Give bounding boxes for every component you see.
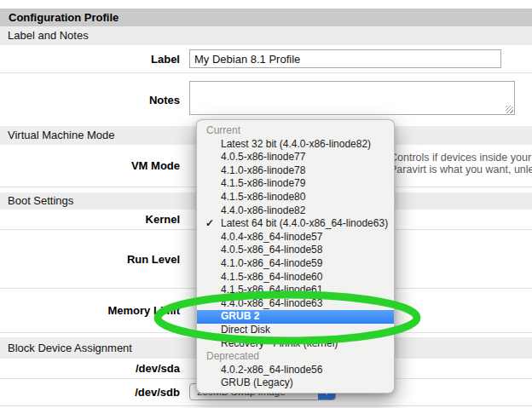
vm-mode-label: VM Mode — [0, 159, 186, 172]
kernel-menu-item[interactable]: 4.4.0-x86_64-linode63 — [197, 297, 394, 311]
notes-field-label: Notes — [0, 94, 186, 106]
kernel-menu-item[interactable]: 4.1.0-x86-linode78 — [197, 164, 394, 178]
kernel-menu-item[interactable]: 4.1.0-x86_64-linode59 — [197, 257, 394, 271]
vm-mode-help-line2: Paravirt is what you want, unle — [390, 164, 532, 175]
memory-limit-label: Memory Limit — [0, 304, 186, 317]
kernel-menu-item[interactable]: 4.4.0-x86-linode82 — [197, 204, 394, 218]
kernel-menu-item[interactable]: 4.0.2-x86_64-linode56 — [197, 364, 394, 377]
checkmark-icon: ✓ — [205, 217, 214, 231]
kernel-menu-item[interactable]: 4.0.5-x86-linode77 — [197, 151, 394, 164]
dev-sdb-label: /dev/sdb — [0, 386, 186, 399]
kernel-menu-item[interactable]: 4.1.5-x86_64-linode60 — [197, 271, 394, 284]
kernel-menu-item[interactable]: GRUB (Legacy) — [197, 376, 394, 390]
label-field-label: Label — [0, 53, 186, 66]
kernel-menu-item-selected[interactable]: GRUB 2 — [197, 310, 394, 324]
kernel-menu-item[interactable]: 4.1.5-x86-linode80 — [197, 191, 394, 204]
vm-mode-help-line1: Controls if devices inside your — [390, 152, 532, 164]
kernel-menu-item[interactable]: 4.1.5-x86_64-linode61 — [197, 284, 394, 297]
page-title: Configuration Profile — [0, 9, 532, 26]
kernel-menu-item[interactable]: Latest 64 bit (4.4.0-x86_64-linode63)✓ — [197, 217, 394, 231]
kernel-label: Kernel — [0, 213, 186, 226]
kernel-menu-group-header: Deprecated — [197, 350, 394, 364]
dev-sda-label: /dev/sda — [0, 362, 186, 375]
label-row: Label — [0, 45, 532, 73]
label-input[interactable] — [189, 49, 501, 68]
section-header-label-and-notes: Label and Notes — [0, 26, 532, 45]
kernel-dropdown-menu: CurrentLatest 32 bit (4.4.0-x86-linode82… — [196, 119, 395, 394]
notes-row: Notes — [0, 73, 532, 126]
kernel-menu-item[interactable]: Direct Disk — [197, 324, 394, 337]
kernel-menu-item[interactable]: 4.0.4-x86_64-linode57 — [197, 231, 394, 244]
vm-mode-help-text: Controls if devices inside your Paravirt… — [390, 152, 532, 175]
kernel-menu-item[interactable]: Recovery - Finnix (kernel) — [197, 337, 394, 351]
kernel-menu-group-header: Current — [197, 124, 394, 138]
kernel-menu-item[interactable]: 4.1.5-x86-linode79 — [197, 177, 394, 191]
run-level-label: Run Level — [0, 253, 186, 266]
configuration-profile-page: Configuration Profile Label and Notes La… — [0, 0, 532, 408]
kernel-menu-item[interactable]: Latest 32 bit (4.4.0-x86-linode82) — [197, 138, 394, 152]
kernel-menu-item[interactable]: 4.0.5-x86_64-linode58 — [197, 244, 394, 257]
notes-textarea[interactable] — [189, 81, 515, 115]
